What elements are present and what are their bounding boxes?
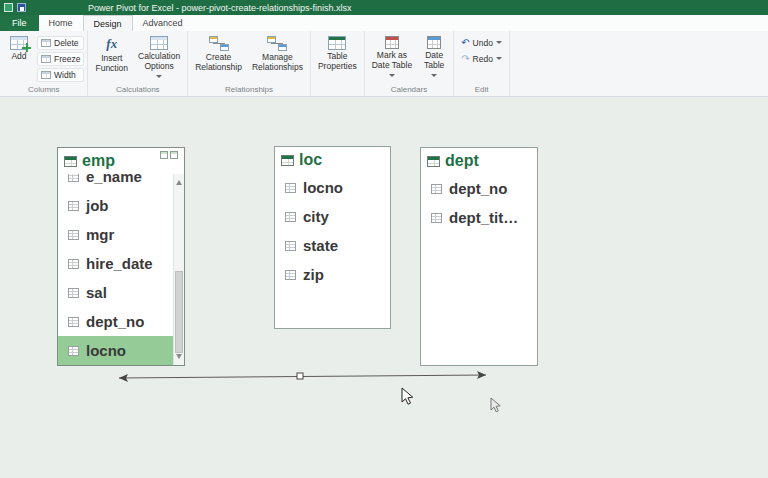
column-width-icon xyxy=(41,71,51,79)
field-row-mgr[interactable]: mgr xyxy=(58,220,184,249)
manage-relationships-icon xyxy=(267,36,287,51)
group-label-calculations: Calculations xyxy=(91,85,184,96)
powerpivot-window: Power Pivot for Excel - power-pivot-crea… xyxy=(0,0,768,478)
field-label: hire_date xyxy=(86,255,153,272)
field-label: mgr xyxy=(86,226,114,243)
window-title: Power Pivot for Excel - power-pivot-crea… xyxy=(88,3,352,13)
table-body-dept: dept_no dept_tit… xyxy=(421,174,537,365)
table-icon xyxy=(281,155,294,166)
mark-as-date-table-button[interactable]: Mark as Date Table xyxy=(368,32,416,81)
undo-button[interactable]: ↶Undo xyxy=(457,36,506,50)
tab-design[interactable]: Design xyxy=(83,15,133,31)
field-row-zip[interactable]: zip xyxy=(275,260,390,289)
create-relationship-button[interactable]: Create Relationship xyxy=(191,32,246,74)
group-label-columns: Columns xyxy=(3,85,84,96)
table-header-emp[interactable]: emp xyxy=(58,148,184,174)
redo-icon: ↷ xyxy=(461,54,469,64)
table-icon xyxy=(427,156,440,167)
field-icon xyxy=(431,213,442,223)
table-name-emp: emp xyxy=(82,152,115,170)
relationship-line[interactable] xyxy=(119,375,486,378)
field-row-locno-selected[interactable]: locno xyxy=(58,336,184,365)
field-row-state[interactable]: state xyxy=(275,231,390,260)
field-icon xyxy=(285,183,296,193)
group-label-edit: Edit xyxy=(457,85,506,96)
date-table-button[interactable]: Date Table xyxy=(418,32,450,81)
scrollbar-thumb[interactable] xyxy=(175,271,183,353)
mark-as-date-table-label: Mark as Date Table xyxy=(372,51,412,71)
table-card-emp[interactable]: emp e_name job mgr hire_date sal dept_no… xyxy=(57,147,185,366)
field-icon xyxy=(68,317,79,327)
table-name-dept: dept xyxy=(445,152,479,170)
delete-button[interactable]: Delete xyxy=(37,36,84,50)
delete-label: Delete xyxy=(54,38,79,48)
field-icon xyxy=(68,259,79,269)
field-row-city[interactable]: city xyxy=(275,202,390,231)
relationship-left-arrow-icon xyxy=(119,374,128,382)
ribbon-group-properties: Table Properties xyxy=(311,31,365,96)
manage-relationships-button[interactable]: Manage Relationships xyxy=(248,32,307,74)
table-name-loc: loc xyxy=(299,151,322,169)
freeze-button[interactable]: Freeze xyxy=(37,52,84,66)
diagram-canvas[interactable]: emp e_name job mgr hire_date sal dept_no… xyxy=(0,97,768,478)
table-maximize-icon[interactable] xyxy=(160,151,168,159)
table-header-loc[interactable]: loc xyxy=(275,147,390,173)
relationship-midpoint-handle[interactable] xyxy=(297,373,303,379)
dropdown-caret-icon xyxy=(156,75,162,81)
field-icon xyxy=(68,346,79,356)
field-row-job[interactable]: job xyxy=(58,191,184,220)
fx-icon: fx xyxy=(106,36,117,52)
table-card-dept[interactable]: dept dept_no dept_tit… xyxy=(420,147,538,366)
field-label: dept_no xyxy=(449,180,507,197)
add-button-label: Add xyxy=(11,52,26,62)
powerpivot-app-icon xyxy=(4,3,13,12)
tab-home[interactable]: Home xyxy=(39,15,83,31)
field-row-e_name[interactable]: e_name xyxy=(58,174,184,191)
field-row-dept_title[interactable]: dept_tit… xyxy=(421,203,537,232)
scroll-down-icon[interactable] xyxy=(176,354,182,362)
insert-function-button[interactable]: fx Insert Function xyxy=(91,32,132,75)
table-card-loc[interactable]: loc locno city state zip xyxy=(274,146,391,329)
ribbon-group-relationships: Create Relationship Manage Relationships… xyxy=(188,31,311,96)
table-body-emp: e_name job mgr hire_date sal dept_no loc… xyxy=(58,174,184,365)
ribbon-group-calendars: Mark as Date Table Date Table Calendars xyxy=(365,31,454,96)
field-label: dept_tit… xyxy=(449,209,518,226)
undo-icon: ↶ xyxy=(461,38,469,48)
add-columns-button[interactable]: Add xyxy=(3,32,35,63)
group-label-relationships: Relationships xyxy=(191,85,307,96)
field-row-hire_date[interactable]: hire_date xyxy=(58,249,184,278)
create-relationship-label: Create Relationship xyxy=(195,53,242,73)
dropdown-caret-icon xyxy=(389,74,395,80)
save-icon[interactable] xyxy=(17,3,26,12)
redo-button[interactable]: ↷Redo xyxy=(457,52,506,66)
scroll-up-icon[interactable] xyxy=(176,177,182,185)
table-body-loc: locno city state zip xyxy=(275,173,390,328)
width-button[interactable]: Width xyxy=(37,68,84,82)
mouse-cursor-ghost xyxy=(491,398,500,412)
plus-icon xyxy=(22,43,31,52)
calculation-options-icon xyxy=(150,36,168,50)
tab-advanced[interactable]: Advanced xyxy=(133,15,193,31)
field-label: e_name xyxy=(86,174,142,185)
field-icon xyxy=(431,184,442,194)
freeze-label: Freeze xyxy=(54,54,80,64)
field-row-dept_no[interactable]: dept_no xyxy=(58,307,184,336)
table-properties-button[interactable]: Table Properties xyxy=(314,32,361,73)
width-label: Width xyxy=(54,70,76,80)
emp-scrollbar[interactable] xyxy=(173,174,184,365)
table-grid-icon[interactable] xyxy=(170,151,178,159)
field-row-locno[interactable]: locno xyxy=(275,173,390,202)
field-row-dept_no[interactable]: dept_no xyxy=(421,174,537,203)
field-label: zip xyxy=(303,266,324,283)
delete-column-icon xyxy=(41,39,51,47)
calculation-options-button[interactable]: Calculation Options xyxy=(134,32,184,82)
field-label: city xyxy=(303,208,329,225)
field-icon xyxy=(68,288,79,298)
field-row-sal[interactable]: sal xyxy=(58,278,184,307)
field-label: dept_no xyxy=(86,313,144,330)
dropdown-caret-icon xyxy=(431,74,437,80)
mark-as-date-table-icon xyxy=(385,36,399,49)
table-header-dept[interactable]: dept xyxy=(421,148,537,174)
ribbon-group-columns: Add Delete Freeze Width Columns xyxy=(0,31,88,96)
tab-file[interactable]: File xyxy=(0,15,39,31)
